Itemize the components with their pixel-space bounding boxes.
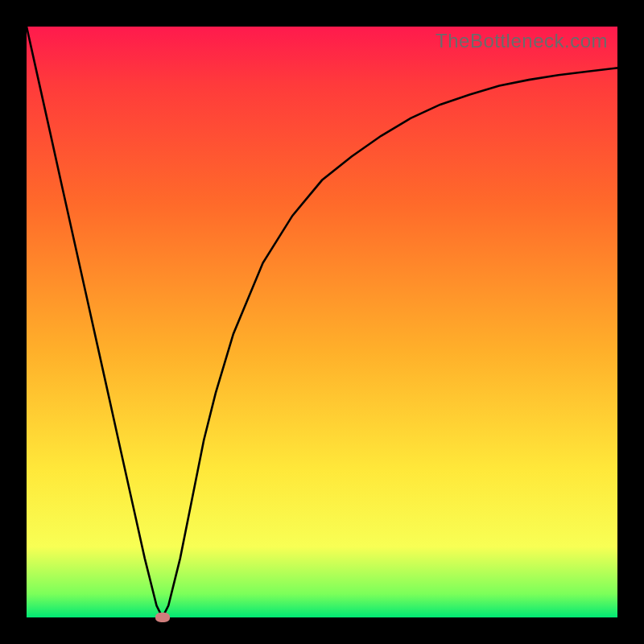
curve-path [27,27,617,617]
plot-area: TheBottleneck.com [27,27,617,617]
bottleneck-curve [27,27,617,617]
optimum-marker [155,613,170,622]
chart-frame: TheBottleneck.com [0,0,644,644]
